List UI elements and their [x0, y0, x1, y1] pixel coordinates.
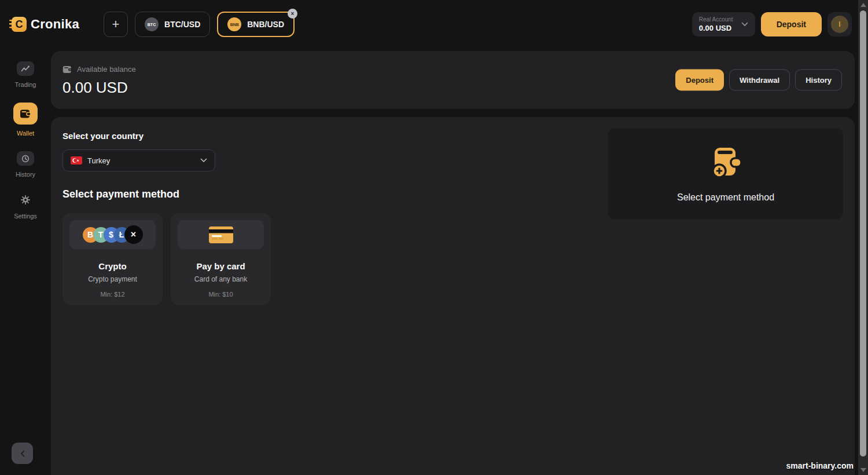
payment-method-card[interactable]: Pay by card Card of any bank Min: $10 [171, 213, 271, 305]
tab-bnb-usd[interactable]: BNB BNB/USD × [217, 12, 295, 37]
method-title: Crypto [69, 261, 156, 271]
sidebar-collapse-button[interactable] [12, 443, 33, 464]
account-type-label: Real Account [699, 16, 733, 23]
sidebar-item-history[interactable]: History [16, 151, 35, 178]
header-right-group: Real Account 0.00 USD Deposit I [692, 12, 852, 36]
btc-coin-icon: BTC [145, 17, 159, 31]
chevron-down-icon [200, 158, 207, 163]
crypto-coins-iconbox: B T $ Ł × [69, 220, 156, 249]
sidebar-item-wallet[interactable]: Wallet [13, 103, 38, 137]
page-scrollbar[interactable] [858, 0, 868, 475]
xrp-icon: × [124, 225, 143, 244]
payment-methods: B T $ Ł × Crypto Crypto payment Min: $12 [62, 213, 843, 305]
sidebar-item-label: Settings [14, 213, 37, 220]
deposit-tab-button[interactable]: Deposit [675, 70, 724, 91]
bnb-coin-icon: BNB [227, 17, 241, 31]
history-tab-button[interactable]: History [795, 70, 842, 91]
sidebar-nav: Trading Wallet History [0, 49, 51, 475]
balance-actions: Deposit Withdrawal History [675, 70, 842, 91]
sidebar-item-label: Wallet [13, 130, 38, 137]
method-subtitle: Card of any bank [178, 275, 264, 283]
tab-btc-usd[interactable]: BTC BTC/USD [135, 12, 210, 37]
method-min-amount: Min: $12 [69, 291, 156, 298]
sidebar-item-trading[interactable]: Trading [15, 61, 36, 88]
deposit-button[interactable]: Deposit [761, 12, 822, 36]
account-info: Real Account 0.00 USD [699, 16, 733, 32]
brand-logo: C Cronika [9, 16, 79, 32]
scroll-up-icon[interactable] [860, 3, 866, 7]
sidebar-item-label: Trading [15, 81, 36, 88]
settings-gear-icon [17, 192, 34, 207]
chevron-left-icon [20, 450, 25, 457]
avatar-initial: I [831, 16, 848, 33]
history-clock-icon [17, 151, 34, 166]
brand-c-badge: C [12, 17, 27, 32]
credit-card-icon [208, 226, 234, 244]
chevron-down-icon [741, 22, 748, 27]
balance-card: Available balance 0.00 USD Deposit Withd… [51, 51, 855, 109]
bank-card-iconbox [178, 220, 264, 249]
sidebar-item-label: History [16, 171, 35, 178]
turkey-flag-icon [71, 156, 82, 165]
sidebar-item-settings[interactable]: Settings [14, 192, 37, 220]
top-header: C Cronika + BTC BTC/USD BNB BNB/USD × Re… [0, 0, 868, 49]
watermark: smart-binary.com [786, 461, 854, 470]
scrollbar-thumb[interactable] [860, 10, 866, 456]
deposit-panel: Select your country Turkey Select paymen… [51, 117, 855, 475]
withdrawal-tab-button[interactable]: Withdrawal [729, 70, 790, 91]
selected-country: Turkey [87, 156, 110, 165]
detail-panel-placeholder: Select payment method [677, 192, 774, 203]
add-tab-button[interactable]: + [104, 12, 128, 37]
close-tab-icon[interactable]: × [288, 9, 297, 19]
balance-label: Available balance [77, 65, 136, 74]
method-subtitle: Crypto payment [69, 275, 156, 283]
account-balance: 0.00 USD [699, 24, 733, 32]
brand-logo-icon: C [9, 16, 27, 32]
method-min-amount: Min: $10 [178, 291, 264, 298]
brand-name: Cronika [31, 17, 79, 32]
tab-bnb-usd-label: BNB/USD [247, 20, 284, 29]
country-select[interactable]: Turkey [62, 149, 215, 171]
account-selector[interactable]: Real Account 0.00 USD [692, 12, 755, 36]
avatar[interactable]: I [827, 12, 852, 36]
payment-detail-panel: Select payment method [608, 128, 843, 220]
main-content: Available balance 0.00 USD Deposit Withd… [51, 49, 855, 475]
crypto-coin-stack: B T $ Ł × [83, 225, 143, 244]
wallet-icon [13, 103, 38, 125]
wallet-small-icon [62, 65, 72, 74]
trading-chart-icon [17, 61, 34, 76]
method-title: Pay by card [178, 261, 264, 271]
payment-method-crypto[interactable]: B T $ Ł × Crypto Crypto payment Min: $12 [62, 213, 163, 305]
wallet-add-icon [708, 145, 744, 180]
scroll-down-icon[interactable] [860, 468, 866, 472]
tab-btc-usd-label: BTC/USD [164, 20, 200, 29]
asset-tabs: + BTC BTC/USD BNB BNB/USD × [104, 12, 295, 37]
